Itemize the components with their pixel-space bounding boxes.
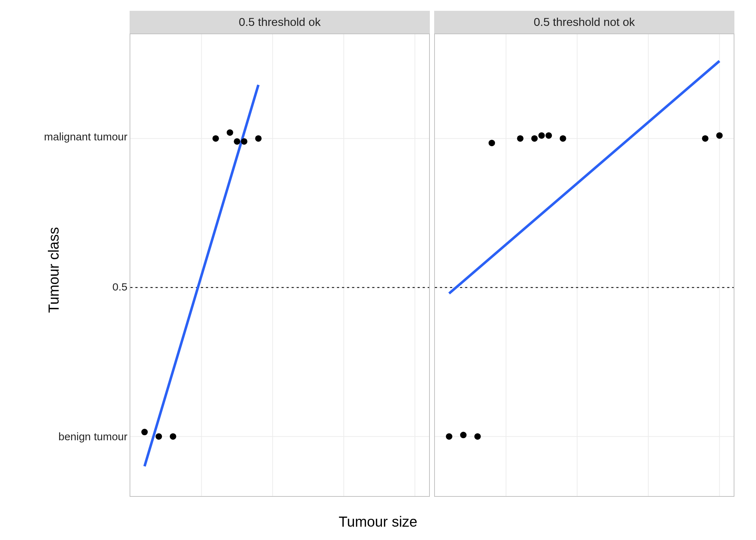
data-point — [474, 433, 481, 440]
facet-strip-label: 0.5 threshold not ok — [434, 11, 734, 33]
data-point — [716, 132, 723, 139]
data-point — [489, 140, 495, 146]
y-tick-label: benign tumour — [58, 431, 127, 443]
data-point — [517, 135, 523, 142]
data-point — [538, 132, 545, 139]
plot-area: 5101520 — [130, 33, 430, 497]
data-point — [531, 135, 538, 142]
y-tick-label: malignant tumour — [44, 131, 127, 143]
y-tick-label: 0.5 — [112, 281, 127, 293]
data-point — [156, 433, 162, 440]
facet-panel: 0.5 threshold ok5101520 — [130, 11, 430, 497]
x-axis-ticks: 5101520 — [435, 496, 734, 497]
data-point — [702, 135, 708, 142]
data-point — [545, 132, 552, 139]
x-axis-label: Tumour size — [339, 514, 418, 530]
data-point — [241, 138, 247, 145]
facet-strip-label: 0.5 threshold ok — [130, 11, 430, 33]
y-axis-ticks: benign tumour0.5malignant tumour — [40, 11, 130, 497]
data-point — [446, 433, 453, 440]
data-point — [227, 129, 233, 136]
data-point — [560, 135, 566, 142]
data-point — [255, 135, 262, 142]
x-axis-ticks: 5101520 — [130, 496, 429, 497]
chart-container: Tumour class Tumour size benign tumour0.… — [0, 0, 756, 540]
facet-panels: 0.5 threshold ok51015200.5 threshold not… — [130, 11, 734, 497]
facet-panel: 0.5 threshold not ok5101520 — [434, 11, 734, 497]
data-point — [234, 138, 240, 145]
data-point — [170, 433, 176, 440]
plot-area: 5101520 — [434, 33, 734, 497]
regression-line — [449, 61, 720, 293]
data-point — [141, 429, 148, 435]
data-point — [212, 135, 219, 142]
data-point — [460, 432, 467, 438]
